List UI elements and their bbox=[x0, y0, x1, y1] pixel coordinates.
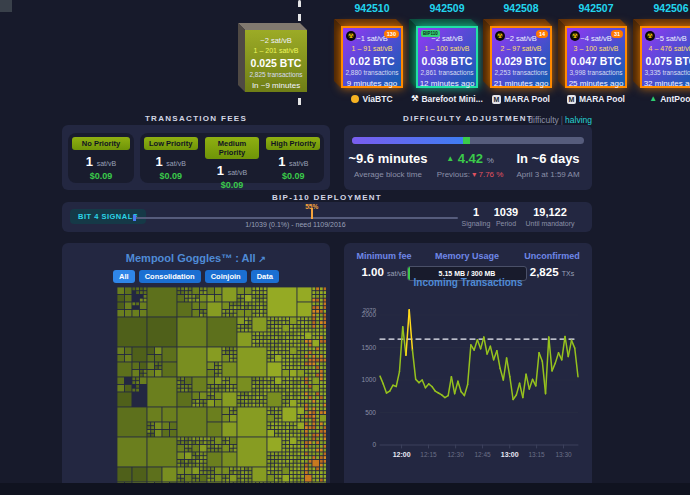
treemap-tx-cell[interactable] bbox=[294, 392, 297, 395]
treemap-tx-cell[interactable] bbox=[207, 377, 214, 384]
treemap-tx-cell[interactable] bbox=[267, 422, 270, 425]
treemap-tx-cell[interactable] bbox=[312, 441, 315, 444]
treemap-tx-cell[interactable] bbox=[305, 434, 308, 437]
treemap-tx-cell[interactable] bbox=[305, 449, 308, 452]
treemap-tx-cell[interactable] bbox=[320, 370, 323, 373]
treemap-tx-cell[interactable] bbox=[219, 366, 222, 369]
treemap-tx-cell[interactable] bbox=[320, 452, 323, 455]
treemap-tx-cell[interactable] bbox=[252, 396, 255, 399]
treemap-tx-cell[interactable] bbox=[324, 385, 326, 388]
treemap-tx-cell[interactable] bbox=[312, 332, 315, 335]
treemap-tx-cell[interactable] bbox=[316, 325, 319, 328]
treemap-tx-cell[interactable] bbox=[267, 464, 270, 467]
treemap-tx-cell[interactable] bbox=[297, 445, 300, 448]
treemap-tx-cell[interactable] bbox=[316, 456, 319, 459]
treemap-tx-cell[interactable] bbox=[316, 317, 319, 320]
treemap-tx-cell[interactable] bbox=[294, 332, 297, 335]
treemap-tx-cell[interactable] bbox=[192, 299, 195, 302]
treemap-tx-cell[interactable] bbox=[252, 400, 255, 403]
treemap-tx-cell[interactable] bbox=[267, 411, 270, 414]
treemap-tx-cell[interactable] bbox=[230, 411, 233, 414]
treemap-tx-cell[interactable] bbox=[297, 422, 304, 429]
treemap-tx-cell[interactable] bbox=[140, 302, 147, 309]
treemap-tx-cell[interactable] bbox=[312, 340, 319, 347]
treemap-tx-cell[interactable] bbox=[260, 381, 263, 384]
treemap-tx-cell[interactable] bbox=[177, 295, 184, 302]
treemap-tx-cell[interactable] bbox=[305, 456, 308, 459]
treemap-tx-cell[interactable] bbox=[290, 329, 293, 332]
treemap-tx-cell[interactable] bbox=[312, 329, 315, 332]
treemap-tx-cell[interactable] bbox=[264, 404, 267, 407]
treemap-tx-cell[interactable] bbox=[204, 310, 207, 313]
treemap-tx-cell[interactable] bbox=[312, 370, 315, 373]
incoming-tx-chart[interactable]: 0500100015002000207912:0012:1512:3012:45… bbox=[350, 290, 586, 470]
treemap-tx-cell[interactable] bbox=[200, 302, 207, 309]
treemap-tx-cell[interactable] bbox=[245, 325, 248, 328]
treemap-tx-cell[interactable] bbox=[249, 475, 252, 478]
treemap-tx-cell[interactable] bbox=[256, 404, 259, 407]
treemap-tx-cell[interactable] bbox=[144, 299, 147, 302]
treemap-tx-cell[interactable] bbox=[192, 456, 195, 459]
treemap-tx-cell[interactable] bbox=[305, 415, 308, 418]
treemap-tx-cell[interactable] bbox=[177, 467, 184, 474]
treemap-tx-cell[interactable] bbox=[211, 475, 214, 478]
treemap-tx-cell[interactable] bbox=[316, 430, 319, 433]
treemap-tx-cell[interactable] bbox=[316, 295, 319, 298]
treemap-tx-cell[interactable] bbox=[297, 419, 300, 422]
treemap-tx-cell[interactable] bbox=[301, 366, 304, 369]
treemap-tx-cell[interactable] bbox=[177, 479, 180, 482]
treemap-tx-cell[interactable] bbox=[282, 347, 285, 350]
treemap-tx-cell[interactable] bbox=[234, 411, 237, 414]
treemap-tx-cell[interactable] bbox=[297, 400, 300, 403]
treemap-tx-cell[interactable] bbox=[324, 287, 326, 290]
treemap-tx-cell[interactable] bbox=[316, 366, 319, 369]
treemap-tx-cell[interactable] bbox=[312, 310, 315, 313]
treemap-tx-cell[interactable] bbox=[136, 385, 139, 388]
treemap-tx-cell[interactable] bbox=[301, 430, 304, 433]
treemap-tx-cell[interactable] bbox=[297, 377, 300, 380]
treemap-tx-cell[interactable] bbox=[222, 314, 225, 317]
treemap-tx-cell[interactable] bbox=[222, 467, 229, 474]
treemap-tx-cell[interactable] bbox=[320, 422, 323, 425]
treemap-tx-cell[interactable] bbox=[207, 362, 214, 369]
treemap-tx-cell[interactable] bbox=[267, 332, 270, 335]
treemap-tx-cell[interactable] bbox=[294, 479, 297, 482]
treemap-tx-cell[interactable] bbox=[316, 355, 319, 358]
treemap-tx-cell[interactable] bbox=[192, 404, 195, 407]
treemap-tx-cell[interactable] bbox=[290, 471, 293, 474]
treemap-tx-cell[interactable] bbox=[275, 385, 278, 388]
treemap-tx-cell[interactable] bbox=[324, 400, 326, 403]
treemap-tx-cell[interactable] bbox=[309, 404, 312, 407]
treemap-tx-cell[interactable] bbox=[204, 437, 207, 440]
treemap-tx-cell[interactable] bbox=[147, 430, 150, 433]
goggles-tab-consolidation[interactable]: Consolidation bbox=[139, 270, 201, 283]
treemap-tx-cell[interactable] bbox=[301, 351, 304, 354]
treemap-tx-cell[interactable] bbox=[275, 351, 278, 354]
treemap-tx-cell[interactable] bbox=[260, 404, 263, 407]
treemap-tx-cell[interactable] bbox=[324, 452, 326, 455]
treemap-tx-cell[interactable] bbox=[290, 340, 293, 343]
treemap-tx-cell[interactable] bbox=[286, 385, 289, 388]
treemap-tx-cell[interactable] bbox=[256, 306, 259, 309]
treemap-tx-cell[interactable] bbox=[230, 445, 233, 448]
treemap-tx-cell[interactable] bbox=[260, 306, 263, 309]
treemap-tx-cell[interactable] bbox=[305, 317, 308, 320]
treemap-tx-cell[interactable] bbox=[196, 400, 199, 403]
treemap-tx-cell[interactable] bbox=[252, 389, 255, 392]
treemap-tx-cell[interactable] bbox=[312, 445, 315, 448]
treemap-tx-cell[interactable] bbox=[324, 317, 326, 320]
treemap-tx-cell[interactable] bbox=[207, 385, 210, 388]
treemap-tx-cell[interactable] bbox=[286, 332, 289, 335]
treemap-tx-cell[interactable] bbox=[309, 411, 312, 414]
treemap-tx-cell[interactable] bbox=[305, 362, 308, 365]
treemap-tx-cell[interactable] bbox=[324, 464, 326, 467]
treemap-tx-cell[interactable] bbox=[282, 437, 285, 440]
treemap-tx-cell[interactable] bbox=[312, 385, 319, 392]
treemap-tx-cell[interactable] bbox=[316, 314, 319, 317]
treemap-tx-cell[interactable] bbox=[192, 467, 199, 474]
treemap-tx-cell[interactable] bbox=[316, 404, 319, 407]
goggles-tab-coinjoin[interactable]: Coinjoin bbox=[205, 270, 247, 283]
treemap-tx-cell[interactable] bbox=[320, 329, 323, 332]
treemap-tx-cell[interactable] bbox=[215, 370, 218, 373]
treemap-tx-cell[interactable] bbox=[132, 377, 135, 380]
